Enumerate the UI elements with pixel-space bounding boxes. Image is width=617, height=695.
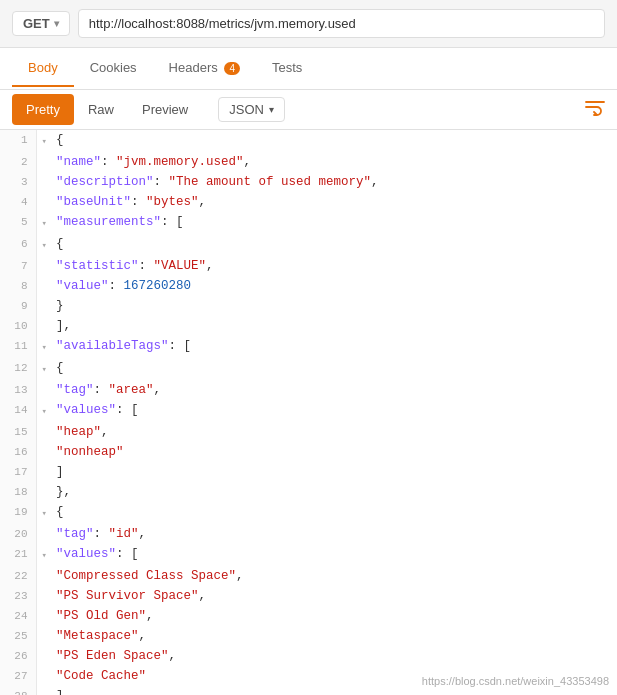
tab-body[interactable]: Body xyxy=(12,50,74,87)
line-number: 28 xyxy=(0,686,36,695)
code-line: "PS Eden Space", xyxy=(52,646,617,666)
code-line: "description": "The amount of used memor… xyxy=(52,172,617,192)
table-row: 17] xyxy=(0,462,617,482)
table-row: 20"tag": "id", xyxy=(0,524,617,544)
format-pretty[interactable]: Pretty xyxy=(12,94,74,125)
response-tabs: Body Cookies Headers 4 Tests xyxy=(0,48,617,90)
fold-icon[interactable]: ▾ xyxy=(36,212,52,234)
table-row: 9} xyxy=(0,296,617,316)
code-line: { xyxy=(52,234,617,256)
line-number: 15 xyxy=(0,422,36,442)
code-line: "name": "jvm.memory.used", xyxy=(52,152,617,172)
tab-headers[interactable]: Headers 4 xyxy=(153,50,256,87)
code-line: "value": 167260280 xyxy=(52,276,617,296)
code-line: "PS Survivor Space", xyxy=(52,586,617,606)
wrap-toggle-button[interactable] xyxy=(585,98,605,121)
line-number: 22 xyxy=(0,566,36,586)
line-number: 16 xyxy=(0,442,36,462)
code-line: } xyxy=(52,296,617,316)
table-row: 25"Metaspace", xyxy=(0,626,617,646)
line-number: 17 xyxy=(0,462,36,482)
line-number: 7 xyxy=(0,256,36,276)
table-row: 23"PS Survivor Space", xyxy=(0,586,617,606)
method-label: GET xyxy=(23,16,50,31)
format-type-label: JSON xyxy=(229,102,264,117)
fold-icon xyxy=(36,606,52,626)
table-row: 19▾{ xyxy=(0,502,617,524)
headers-badge: 4 xyxy=(224,62,240,75)
fold-icon xyxy=(36,296,52,316)
table-row: 7"statistic": "VALUE", xyxy=(0,256,617,276)
code-line: "values": [ xyxy=(52,544,617,566)
format-type-select[interactable]: JSON ▾ xyxy=(218,97,285,122)
fold-icon xyxy=(36,152,52,172)
line-number: 3 xyxy=(0,172,36,192)
code-line: "values": [ xyxy=(52,400,617,422)
code-line: "heap", xyxy=(52,422,617,442)
table-row: 22"Compressed Class Space", xyxy=(0,566,617,586)
line-number: 11 xyxy=(0,336,36,358)
code-line: }, xyxy=(52,482,617,502)
code-viewer[interactable]: 1▾{2"name": "jvm.memory.used",3"descript… xyxy=(0,130,617,695)
fold-icon xyxy=(36,462,52,482)
line-number: 24 xyxy=(0,606,36,626)
fold-icon[interactable]: ▾ xyxy=(36,336,52,358)
code-line: { xyxy=(52,130,617,152)
line-number: 10 xyxy=(0,316,36,336)
fold-icon xyxy=(36,686,52,695)
tab-headers-label: Headers xyxy=(169,60,218,75)
format-row: Pretty Raw Preview JSON ▾ xyxy=(0,90,617,130)
code-line: "tag": "id", xyxy=(52,524,617,544)
code-line: ] xyxy=(52,686,617,695)
table-row: 18}, xyxy=(0,482,617,502)
line-number: 9 xyxy=(0,296,36,316)
fold-icon xyxy=(36,256,52,276)
code-line: "measurements": [ xyxy=(52,212,617,234)
fold-icon xyxy=(36,380,52,400)
method-chevron-icon: ▾ xyxy=(54,18,59,29)
fold-icon xyxy=(36,316,52,336)
fold-icon[interactable]: ▾ xyxy=(36,400,52,422)
code-line: { xyxy=(52,502,617,524)
table-row: 2"name": "jvm.memory.used", xyxy=(0,152,617,172)
fold-icon[interactable]: ▾ xyxy=(36,130,52,152)
table-row: 5▾"measurements": [ xyxy=(0,212,617,234)
table-row: 21▾"values": [ xyxy=(0,544,617,566)
fold-icon xyxy=(36,666,52,686)
line-number: 20 xyxy=(0,524,36,544)
fold-icon xyxy=(36,566,52,586)
code-line: ], xyxy=(52,316,617,336)
table-row: 26"PS Eden Space", xyxy=(0,646,617,666)
format-preview[interactable]: Preview xyxy=(128,94,202,125)
line-number: 18 xyxy=(0,482,36,502)
table-row: 15"heap", xyxy=(0,422,617,442)
fold-icon[interactable]: ▾ xyxy=(36,544,52,566)
fold-icon[interactable]: ▾ xyxy=(36,358,52,380)
tab-cookies[interactable]: Cookies xyxy=(74,50,153,87)
fold-icon xyxy=(36,276,52,296)
tab-tests[interactable]: Tests xyxy=(256,50,318,87)
line-number: 21 xyxy=(0,544,36,566)
table-row: 12▾{ xyxy=(0,358,617,380)
fold-icon xyxy=(36,172,52,192)
code-line: "Compressed Class Space", xyxy=(52,566,617,586)
method-selector[interactable]: GET ▾ xyxy=(12,11,70,36)
line-number: 8 xyxy=(0,276,36,296)
code-line: "Metaspace", xyxy=(52,626,617,646)
format-raw[interactable]: Raw xyxy=(74,94,128,125)
format-chevron-icon: ▾ xyxy=(269,104,274,115)
fold-icon[interactable]: ▾ xyxy=(36,502,52,524)
url-input[interactable] xyxy=(78,9,605,38)
line-number: 25 xyxy=(0,626,36,646)
line-number: 12 xyxy=(0,358,36,380)
line-number: 14 xyxy=(0,400,36,422)
code-line: "PS Old Gen", xyxy=(52,606,617,626)
table-row: 3"description": "The amount of used memo… xyxy=(0,172,617,192)
fold-icon[interactable]: ▾ xyxy=(36,234,52,256)
line-number: 5 xyxy=(0,212,36,234)
table-row: 16"nonheap" xyxy=(0,442,617,462)
line-number: 4 xyxy=(0,192,36,212)
code-line: "tag": "area", xyxy=(52,380,617,400)
line-number: 23 xyxy=(0,586,36,606)
fold-icon xyxy=(36,442,52,462)
